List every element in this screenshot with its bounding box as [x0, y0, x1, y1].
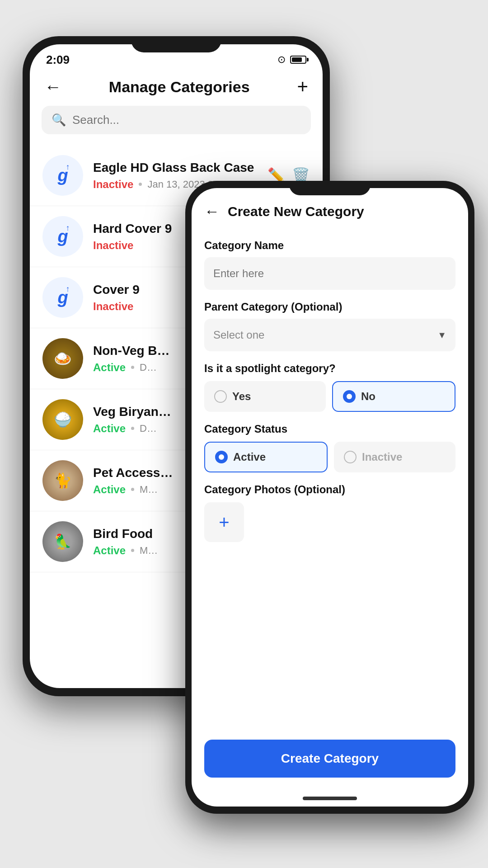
create-category-button[interactable]: Create Category — [204, 740, 455, 778]
spotlight-yes-option[interactable]: Yes — [204, 381, 326, 412]
category-date: D… — [140, 362, 157, 373]
wifi-icon: ⊙ — [277, 54, 286, 66]
photos-label: Category Photos (Optional) — [204, 483, 455, 496]
status-badge: Active — [93, 361, 126, 374]
header-bar: ← Manage Categories + — [30, 71, 323, 106]
avatar: 🐈 — [42, 460, 83, 501]
front-phone-screen: ← Create New Category Category Name Pare… — [192, 188, 468, 807]
avatar: g — [42, 277, 83, 318]
front-phone: ← Create New Category Category Name Pare… — [185, 181, 474, 814]
search-bar: 🔍 — [42, 106, 311, 134]
add-category-button[interactable]: + — [297, 76, 308, 98]
add-photo-button[interactable]: + — [204, 502, 244, 542]
status-badge: Active — [93, 544, 126, 557]
radio-circle-no — [343, 390, 356, 403]
status-time: 2:09 — [46, 53, 70, 67]
category-date: M… — [140, 545, 158, 557]
front-back-button[interactable]: ← — [204, 203, 220, 220]
avatar: 🍛 — [42, 338, 83, 379]
status-active-label: Active — [233, 451, 266, 463]
spotlight-section: Is it a spotlight category? Yes No — [204, 362, 455, 412]
status-badge: Active — [93, 483, 126, 496]
status-inactive-option[interactable]: Inactive — [334, 442, 455, 472]
avatar: 🦜 — [42, 521, 83, 562]
parent-category-wrapper: Select one ▼ — [204, 319, 455, 351]
status-radio-group: Active Inactive — [204, 442, 455, 472]
battery-icon — [290, 56, 306, 64]
spotlight-yes-label: Yes — [232, 390, 251, 403]
radio-circle-active — [215, 451, 228, 463]
home-indicator — [303, 797, 357, 800]
status-active-option[interactable]: Active — [204, 442, 328, 472]
category-name-label: Category Name — [204, 239, 455, 252]
status-badge: Inactive — [93, 300, 133, 313]
plus-icon: + — [219, 512, 229, 533]
spotlight-label: Is it a spotlight category? — [204, 362, 455, 375]
avatar: 🍚 — [42, 399, 83, 440]
status-icons: ⊙ — [277, 54, 306, 66]
parent-category-label: Parent Category (Optional) — [204, 301, 455, 313]
dot-separator — [131, 488, 134, 491]
back-button[interactable]: ← — [44, 77, 61, 97]
parent-category-select[interactable]: Select one — [204, 319, 455, 351]
spotlight-no-option[interactable]: No — [332, 381, 455, 412]
logo-icon: g — [57, 227, 68, 246]
page-title: Manage Categories — [109, 78, 250, 96]
avatar: g — [42, 155, 83, 196]
photos-section: Category Photos (Optional) + — [204, 483, 455, 542]
avatar: g — [42, 216, 83, 257]
logo-icon: g — [57, 166, 68, 185]
front-page-title: Create New Category — [228, 204, 364, 219]
back-phone-notch — [131, 36, 221, 52]
category-status-label: Category Status — [204, 423, 455, 435]
category-status-section: Category Status Active Inactive — [204, 423, 455, 472]
spotlight-no-label: No — [361, 390, 375, 403]
status-badge: Inactive — [93, 178, 133, 191]
status-badge: Active — [93, 422, 126, 435]
category-name: Eagle HD Glass Back Case — [93, 160, 258, 175]
dot-separator — [131, 549, 134, 552]
dot-separator — [131, 366, 134, 369]
select-value: Select one — [213, 329, 264, 341]
status-inactive-label: Inactive — [362, 451, 402, 463]
dot-separator — [131, 427, 134, 430]
form-content: Category Name Parent Category (Optional)… — [192, 228, 468, 731]
category-date: M… — [140, 484, 158, 495]
category-date: D… — [140, 423, 157, 434]
search-icon: 🔍 — [52, 113, 66, 127]
status-badge: Inactive — [93, 239, 133, 252]
logo-icon: g — [57, 288, 68, 307]
radio-circle-inactive — [344, 451, 357, 463]
radio-circle-yes — [214, 390, 227, 403]
search-input[interactable] — [72, 113, 301, 127]
spotlight-radio-group: Yes No — [204, 381, 455, 412]
category-name-input[interactable] — [204, 257, 455, 290]
front-phone-notch — [289, 181, 371, 195]
dot-separator — [139, 183, 142, 186]
